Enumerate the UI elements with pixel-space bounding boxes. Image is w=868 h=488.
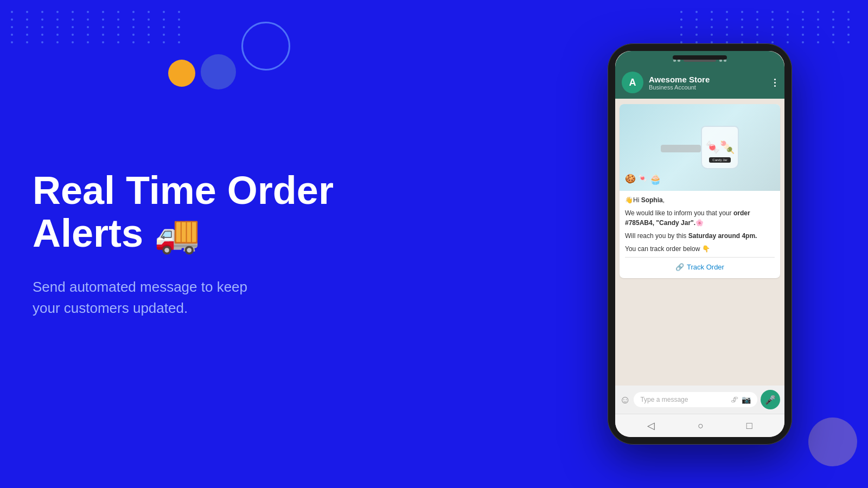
camera-icon[interactable]: 📷 [742, 395, 751, 404]
floating-candy-items: 🍪 🍬 🧁 [625, 174, 661, 185]
recent-apps-button[interactable]: □ [746, 420, 752, 432]
attach-icon[interactable]: 🖇 [731, 395, 738, 404]
input-placeholder: Type a message [640, 396, 688, 403]
track-button-wrapper[interactable]: 🔗 Track Order [625, 257, 775, 275]
input-icons: 🖇 📷 [731, 395, 751, 404]
truck-emoji: 🚚 [154, 213, 200, 254]
para3: You can track order below 👇 [625, 244, 775, 254]
message-input-bar[interactable]: ☺ Type a message 🖇 📷 🎤 [615, 386, 784, 414]
customer-name: Sophia [641, 196, 663, 204]
subtitle: Send automated message to keep your cust… [33, 277, 412, 319]
track-button-label: Track Order [687, 262, 724, 273]
para1: We would like to inform you that your or… [625, 208, 775, 228]
phone-outer: A Awesome Store Business Account [608, 43, 792, 445]
track-order-button[interactable]: 🔗 Track Order [675, 262, 724, 273]
more-dot-3 [774, 85, 776, 87]
headline: Real Time Order Alerts 🚚 [33, 169, 412, 255]
subtitle-line2: your customers updated. [33, 298, 412, 319]
store-avatar: A [622, 72, 643, 93]
whatsapp-header[interactable]: A Awesome Store Business Account [615, 67, 784, 99]
phone-nav-bar: ◁ ○ □ [615, 414, 784, 437]
left-section: Real Time Order Alerts 🚚 Send automated … [33, 0, 412, 488]
flower-emoji: 🌸 [695, 219, 704, 227]
chat-area: 🍬🍡 Candy Jar 🍪 🍬 🧁 👋H [615, 99, 784, 386]
jar-lid [661, 145, 701, 152]
headline-line1: Real Time Order [33, 169, 412, 212]
more-dot-2 [774, 82, 776, 84]
product-image: 🍬🍡 Candy Jar 🍪 🍬 🧁 [620, 104, 780, 191]
dot-grid-right: (function() { const grid = document.quer… [680, 11, 857, 43]
phone-screen: A Awesome Store Business Account [615, 51, 784, 437]
message-content: 👋Hi Sophia, We would like to inform you … [620, 191, 780, 278]
more-options-button[interactable] [772, 76, 778, 89]
para2: Will reach you by this Saturday around 4… [625, 231, 775, 241]
home-button[interactable]: ○ [698, 420, 704, 432]
account-type: Business Account [649, 84, 767, 91]
greeting-line: 👋Hi Sophia, [625, 195, 775, 205]
candy-jar-illustration: 🍬🍡 Candy Jar [661, 126, 739, 169]
message-input-field[interactable]: Type a message 🖇 📷 [634, 392, 757, 407]
store-info: Awesome Store Business Account [649, 75, 767, 91]
track-link-icon: 🔗 [675, 262, 684, 273]
jar-contents: 🍬🍡 [705, 142, 735, 153]
greeting-emoji: 👋 [625, 196, 633, 204]
mic-button[interactable]: 🎤 [761, 390, 780, 409]
emoji-button[interactable]: ☺ [620, 394, 630, 406]
phone-mockup: A Awesome Store Business Account [608, 43, 792, 445]
phone-notch [673, 55, 727, 60]
message-bubble: 🍬🍡 Candy Jar 🍪 🍬 🧁 👋H [620, 104, 780, 278]
jar-label: Candy Jar [709, 157, 730, 163]
jar-body: 🍬🍡 Candy Jar [701, 126, 739, 169]
back-button[interactable]: ◁ [647, 420, 655, 432]
subtitle-line1: Send automated message to keep [33, 277, 412, 298]
decorative-circle-purple [808, 418, 857, 466]
point-down-emoji: 👇 [702, 245, 710, 253]
store-name: Awesome Store [649, 75, 767, 84]
delivery-time: Saturday around 4pm. [688, 232, 757, 240]
more-dot-1 [774, 79, 776, 80]
headline-line2: Alerts 🚚 [33, 212, 412, 255]
